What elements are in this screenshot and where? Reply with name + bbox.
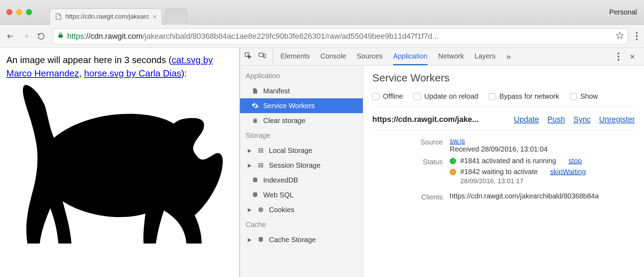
bypass-for-network-checkbox[interactable]: Bypass for network — [489, 92, 559, 100]
window-titlebar: https://cdn.rawgit.com/jakearc × Persona… — [0, 0, 644, 25]
source-link[interactable]: sw.js — [450, 137, 465, 145]
svg-rect-17 — [261, 166, 263, 167]
close-window-button[interactable] — [6, 9, 12, 15]
update-on-reload-checkbox[interactable]: Update on reload — [413, 92, 478, 100]
unregister-link[interactable]: Unregister — [599, 115, 635, 124]
database-icon — [251, 177, 259, 183]
sidebar-item-session-storage[interactable]: ▶ Session Storage — [240, 158, 363, 173]
sw-details: Source sw.js Received 28/09/2016, 13:01:… — [372, 131, 635, 201]
browser-menu-button[interactable] — [636, 32, 638, 40]
push-link[interactable]: Push — [547, 115, 565, 124]
profile-label[interactable]: Personal — [609, 8, 637, 16]
svg-rect-5 — [264, 54, 266, 57]
devtools-body: Application Manifest Service Workers Cle… — [240, 66, 644, 277]
source-label: Source — [372, 137, 443, 146]
chevron-right-icon: ▶ — [248, 207, 253, 213]
sw-scope: https://cdn.rawgit.com/jake... — [372, 115, 514, 124]
manifest-icon — [251, 88, 259, 94]
browser-tabs: https://cdn.rawgit.com/jakearc × — [50, 0, 187, 25]
svg-rect-10 — [258, 152, 260, 153]
tab-elements[interactable]: Elements — [280, 48, 310, 65]
svg-rect-15 — [261, 165, 263, 166]
file-icon — [55, 13, 62, 20]
chevron-right-icon: ▶ — [248, 162, 253, 168]
minimize-window-button[interactable] — [16, 9, 22, 15]
close-tab-icon[interactable]: × — [153, 13, 157, 21]
status-dot-orange-icon — [450, 169, 456, 175]
svg-rect-14 — [258, 165, 260, 166]
svg-rect-6 — [258, 148, 260, 149]
devtools-close-button[interactable]: × — [630, 52, 635, 62]
source-received: Received 28/09/2016, 13:01:04 — [450, 145, 548, 153]
skipwaiting-link[interactable]: skipWaiting — [550, 168, 586, 176]
stop-link[interactable]: stop — [569, 157, 582, 165]
tab-application[interactable]: Application — [393, 48, 428, 65]
devtools-menu-button[interactable] — [618, 53, 619, 61]
back-button[interactable] — [6, 32, 14, 40]
svg-rect-4 — [259, 53, 263, 56]
sidebar-item-local-storage[interactable]: ▶ Local Storage — [240, 143, 363, 158]
device-toggle-icon[interactable] — [258, 52, 266, 61]
status-line-waiting: #1842 waiting to activate skipWaiting — [450, 168, 635, 176]
new-tab-button[interactable] — [166, 8, 187, 25]
page-content: An image will appear here in 3 seconds (… — [0, 48, 239, 277]
update-link[interactable]: Update — [514, 115, 539, 124]
bookmark-star-icon[interactable] — [616, 31, 624, 41]
inspect-element-icon[interactable] — [244, 52, 252, 61]
trash-icon — [251, 117, 259, 124]
main-area: An image will appear here in 3 seconds (… — [0, 48, 644, 277]
devtools-sidebar: Application Manifest Service Workers Cle… — [240, 66, 363, 277]
horse-svg-link[interactable]: horse.svg by Carla Dias — [84, 68, 181, 79]
clients-label: Clients — [372, 192, 443, 201]
clients-value: https://cdn.rawgit.com/jakearchibald/803… — [450, 192, 635, 200]
url-text: https://cdn.rawgit.com/jakearchibald/803… — [67, 32, 612, 41]
status-dot-green-icon — [450, 158, 456, 164]
sidebar-item-service-workers[interactable]: Service Workers — [240, 98, 363, 113]
panel-title: Service Workers — [372, 72, 635, 84]
tab-console[interactable]: Console — [320, 48, 346, 65]
cookie-icon — [257, 207, 265, 213]
sidebar-item-manifest[interactable]: Manifest — [240, 84, 363, 98]
tab-sources[interactable]: Sources — [357, 48, 383, 65]
devtools-tabs: Elements Console Sources Application Net… — [273, 48, 613, 65]
devtools: Elements Console Sources Application Net… — [239, 48, 644, 277]
tab-network[interactable]: Network — [438, 48, 464, 65]
status-waiting-time: 28/09/2016, 13:01:17 — [460, 177, 635, 185]
show-checkbox[interactable]: Show — [570, 92, 598, 100]
tab-layers[interactable]: Layers — [474, 48, 495, 65]
sidebar-item-clear-storage[interactable]: Clear storage — [240, 113, 363, 128]
chevron-right-icon: ▶ — [248, 148, 253, 153]
maximize-window-button[interactable] — [26, 9, 32, 15]
sidebar-item-websql[interactable]: Web SQL — [240, 187, 363, 202]
sidebar-item-cookies[interactable]: ▶ Cookies — [240, 202, 363, 217]
svg-rect-7 — [261, 148, 263, 149]
address-bar[interactable]: https://cdn.rawgit.com/jakearchibald/803… — [53, 28, 628, 44]
forward-button[interactable] — [22, 32, 30, 40]
offline-checkbox[interactable]: Offline — [372, 92, 403, 100]
sidebar-item-cache-storage[interactable]: ▶ Cache Storage — [240, 232, 363, 247]
browser-toolbar: https://cdn.rawgit.com/jakearchibald/803… — [0, 25, 644, 48]
chevron-right-icon: ▶ — [248, 237, 253, 242]
status-active-text: #1841 activated and is running — [460, 157, 556, 165]
lock-icon — [57, 32, 64, 40]
svg-rect-9 — [261, 150, 263, 151]
svg-marker-2 — [617, 32, 623, 38]
sw-scope-row: https://cdn.rawgit.com/jake... Update Pu… — [372, 106, 635, 131]
sidebar-item-indexeddb[interactable]: IndexedDB — [240, 173, 363, 187]
sidebar-section-cache: Cache — [240, 217, 363, 232]
browser-tab-active[interactable]: https://cdn.rawgit.com/jakearc × — [50, 8, 162, 25]
svg-point-20 — [258, 207, 263, 212]
database-icon — [251, 192, 259, 198]
sync-link[interactable]: Sync — [574, 115, 591, 124]
status-label: Status — [372, 157, 443, 166]
service-workers-panel: Service Workers Offline Update on reload… — [363, 66, 644, 277]
sw-actions: Update Push Sync Unregister — [514, 115, 635, 124]
database-icon — [257, 236, 265, 243]
tabs-overflow-icon[interactable]: » — [506, 52, 511, 62]
sidebar-section-application: Application — [240, 68, 363, 84]
status-line-active: #1841 activated and is running stop — [450, 157, 635, 165]
svg-rect-8 — [258, 150, 260, 151]
svg-rect-11 — [261, 152, 263, 153]
sidebar-section-storage: Storage — [240, 128, 363, 143]
reload-button[interactable] — [37, 32, 45, 40]
